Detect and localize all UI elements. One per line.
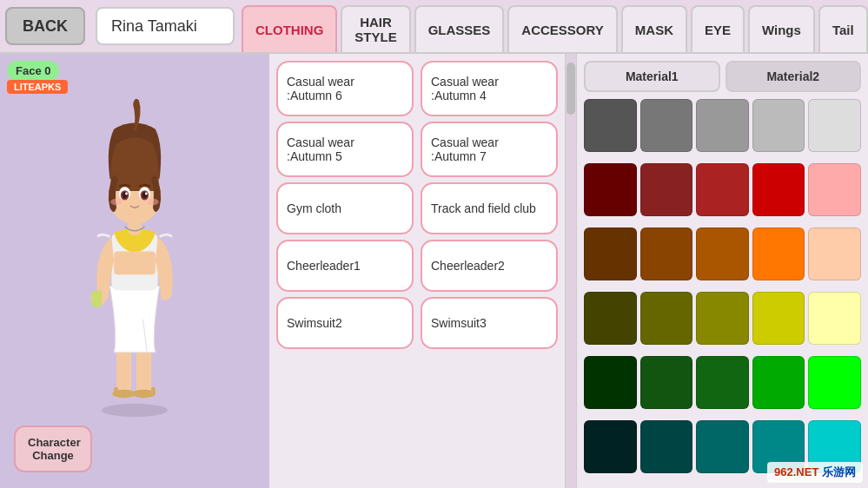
scroll-thumb — [567, 63, 575, 115]
clothing-btn-swimsuit2[interactable]: Swimsuit2 — [276, 297, 414, 349]
nav-tab-wings[interactable]: Wings — [748, 5, 815, 52]
color-swatch-13[interactable] — [752, 228, 805, 280]
color-swatch-3[interactable] — [752, 99, 805, 152]
character-panel: Face 0 LITEAPKS — [0, 54, 269, 488]
clothing-btn-gym-cloth[interactable]: Gym cloth — [276, 182, 414, 234]
clothing-row-4: Swimsuit2Swimsuit3 — [276, 297, 558, 349]
svg-point-23 — [110, 199, 122, 206]
svg-point-24 — [147, 199, 158, 206]
clothing-btn-cheerleader2[interactable]: Cheerleader2 — [421, 240, 558, 292]
material-tab-material1[interactable]: Material1 — [584, 61, 720, 92]
color-swatch-20[interactable] — [584, 356, 637, 409]
color-swatch-1[interactable] — [640, 99, 693, 152]
color-swatch-4[interactable] — [808, 99, 861, 152]
svg-point-0 — [102, 404, 168, 417]
nav-tab-eye[interactable]: EYE — [691, 5, 745, 52]
character-svg — [65, 71, 204, 419]
clothing-btn-casual-autumn-6[interactable]: Casual wear :Autumn 6 — [276, 61, 414, 116]
color-swatch-10[interactable] — [584, 228, 637, 280]
color-swatch-0[interactable] — [584, 99, 637, 152]
nav-tab-accessory[interactable]: ACCESSORY — [507, 5, 617, 52]
color-swatch-15[interactable] — [584, 292, 637, 345]
svg-point-21 — [125, 193, 128, 195]
material-tab-material2[interactable]: Material2 — [726, 61, 862, 92]
color-swatch-5[interactable] — [584, 163, 637, 216]
color-swatch-8[interactable] — [752, 163, 805, 216]
watermark-site: 962.NET — [774, 465, 818, 478]
color-swatch-21[interactable] — [640, 356, 693, 409]
color-swatch-17[interactable] — [696, 292, 749, 345]
color-swatch-24[interactable] — [808, 356, 861, 409]
color-grid — [584, 99, 861, 481]
color-swatch-23[interactable] — [752, 356, 805, 409]
clothing-row-0: Casual wear :Autumn 6Casual wear :Autumn… — [276, 61, 558, 116]
character-change-button[interactable]: Character Change — [14, 425, 92, 472]
color-swatch-6[interactable] — [640, 163, 693, 216]
color-swatch-18[interactable] — [752, 292, 805, 345]
nav-tab-hairstyle[interactable]: HAIR STYLE — [341, 5, 410, 52]
top-nav: BACK Rina Tamaki CLOTHINGHAIR STYLEGLASS… — [0, 0, 868, 54]
clothing-row-1: Casual wear :Autumn 5Casual wear :Autumn… — [276, 122, 558, 177]
color-swatch-11[interactable] — [640, 228, 693, 280]
watermark-subtitle: 乐游网 — [822, 465, 856, 478]
clothing-btn-casual-autumn-7[interactable]: Casual wear :Autumn 7 — [421, 122, 558, 177]
color-swatch-19[interactable] — [808, 292, 861, 345]
svg-rect-6 — [151, 387, 156, 396]
color-swatch-16[interactable] — [640, 292, 693, 345]
color-swatch-26[interactable] — [640, 420, 693, 473]
nav-tab-clothing[interactable]: CLOTHING — [242, 5, 337, 52]
svg-point-22 — [145, 193, 148, 195]
color-swatch-9[interactable] — [808, 163, 861, 216]
clothing-row-3: Cheerleader1Cheerleader2 — [276, 240, 558, 292]
character-display — [56, 63, 213, 427]
color-swatch-25[interactable] — [584, 420, 637, 473]
character-name: Rina Tamaki — [96, 7, 235, 45]
color-swatch-22[interactable] — [696, 356, 749, 409]
color-swatch-12[interactable] — [696, 228, 749, 280]
clothing-btn-casual-autumn-5[interactable]: Casual wear :Autumn 5 — [276, 122, 414, 177]
nav-tab-glasses[interactable]: GLASSES — [414, 5, 505, 52]
face-badge: Face 0 — [7, 61, 59, 81]
clothing-btn-track-field[interactable]: Track and field club — [421, 182, 558, 234]
clothing-btn-cheerleader1[interactable]: Cheerleader1 — [276, 240, 414, 292]
color-swatch-7[interactable] — [696, 163, 749, 216]
svg-rect-4 — [114, 387, 118, 396]
color-swatch-2[interactable] — [696, 99, 749, 152]
nav-tab-tail[interactable]: Tail — [818, 5, 868, 52]
main-area: Face 0 LITEAPKS — [0, 54, 868, 488]
nav-tab-mask[interactable]: MASK — [621, 5, 687, 52]
clothing-btn-casual-autumn-4[interactable]: Casual wear :Autumn 4 — [421, 61, 558, 116]
watermark: 962.NET 乐游网 — [767, 462, 863, 483]
nav-tabs: CLOTHINGHAIR STYLEGLASSESACCESSORYMASKEY… — [240, 0, 868, 52]
color-swatch-14[interactable] — [808, 228, 861, 280]
svg-rect-10 — [114, 252, 156, 275]
color-swatch-27[interactable] — [696, 420, 749, 473]
scroll-divider[interactable] — [565, 54, 577, 488]
clothing-panel: Casual wear :Autumn 6Casual wear :Autumn… — [269, 54, 565, 488]
svg-rect-12 — [91, 290, 101, 307]
clothing-row-2: Gym clothTrack and field club — [276, 182, 558, 234]
color-panel: Material1Material2 — [577, 54, 868, 488]
back-button[interactable]: BACK — [5, 7, 85, 45]
clothing-btn-swimsuit3[interactable]: Swimsuit3 — [421, 297, 558, 349]
material-tabs: Material1Material2 — [584, 61, 861, 92]
